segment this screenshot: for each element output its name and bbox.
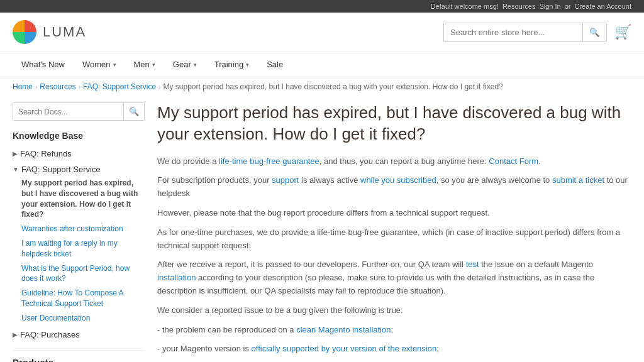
nav-item-men[interactable]: Men ▾ (125, 52, 164, 77)
breadcrumb-sep: › (158, 84, 160, 90)
by-your-version-text: by your version of the extension (321, 344, 437, 353)
nav-label: What's New (21, 60, 65, 69)
paragraph-3: However, please note that the bug report… (157, 207, 631, 220)
test-link-text: test (466, 260, 479, 269)
chevron-right-icon: ▶ (13, 150, 18, 157)
welcome-message: Default welcome msg! (431, 3, 499, 10)
nav-label: Men (134, 60, 150, 69)
nav-item-sale[interactable]: Sale (258, 52, 292, 77)
signin-or: Sign In (539, 3, 560, 10)
main-layout: 🔍 Knowledge Base ▶ FAQ: Refunds ▼ FAQ: S… (0, 96, 644, 362)
kb-section-refunds-title[interactable]: ▶ FAQ: Refunds (13, 147, 145, 160)
nav-item-whats-new[interactable]: What's New (13, 52, 74, 77)
kb-section-support: ▼ FAQ: Support Service My support period… (13, 163, 145, 326)
logo-icon (13, 20, 36, 44)
chevron-right-icon: ▶ (13, 331, 18, 338)
logo-area: LUMA (13, 20, 86, 44)
nav-label: Sale (267, 60, 283, 69)
kb-item-waiting[interactable]: I am waiting for a reply in my helpdesk … (13, 236, 145, 261)
breadcrumb: Home › Resources › FAQ: Support Service … (0, 77, 644, 96)
sidebar: 🔍 Knowledge Base ▶ FAQ: Refunds ▼ FAQ: S… (13, 102, 145, 362)
paragraph-6: We consider a reported issue to be a bug… (157, 304, 631, 317)
nav-label: Gear (173, 60, 191, 69)
support-text: support (272, 175, 299, 185)
kb-section-support-title[interactable]: ▼ FAQ: Support Service (13, 163, 145, 176)
nav-label: Women (82, 60, 111, 69)
breadcrumb-home[interactable]: Home (13, 82, 33, 91)
top-bar: Default welcome msg! Resources Sign In o… (0, 0, 644, 13)
search-bar: 🔍 (443, 23, 607, 42)
docs-search-input[interactable] (13, 104, 123, 120)
kb-section-label: FAQ: Purchases (20, 330, 80, 339)
lifetime-guarantee-text: life-time bug-free guarantee (219, 156, 319, 166)
header: LUMA 🔍 🛒 (0, 13, 644, 52)
clean-magento-text: clean Magento installation (296, 325, 391, 334)
nav-item-women[interactable]: Women ▾ (74, 52, 125, 77)
kb-section-label: FAQ: Refunds (20, 149, 72, 158)
kb-section-refunds: ▶ FAQ: Refunds (13, 147, 145, 160)
breadcrumb-sep: › (35, 84, 37, 90)
kb-section-purchases-title[interactable]: ▶ FAQ: Purchases (13, 328, 145, 341)
breadcrumb-faq-support[interactable]: FAQ: Support Service (83, 82, 156, 91)
chevron-down-icon: ▾ (246, 62, 249, 68)
paragraph-8: - your Magento version is officially sup… (157, 343, 631, 356)
nav-label: Training (214, 60, 243, 69)
chevron-down-icon: ▼ (13, 166, 19, 173)
search-button[interactable]: 🔍 (582, 23, 606, 41)
paragraph-1: We do provide a life-time bug-free guara… (157, 155, 631, 168)
paragraph-7: - the problem can be reproduced on a cle… (157, 324, 631, 337)
submit-ticket-link[interactable]: submit a ticket (552, 175, 604, 185)
sidebar-search: 🔍 (13, 102, 145, 121)
kb-item-user-docs[interactable]: User Documentation (13, 311, 145, 326)
installation-text: installation (157, 273, 196, 282)
paragraph-5: After we receive a report, it is passed … (157, 258, 631, 297)
contact-form-link[interactable]: Contact Form (489, 156, 538, 166)
nav-item-training[interactable]: Training ▾ (206, 52, 258, 77)
kb-item-current: My support period has expired, but I hav… (13, 176, 145, 222)
chevron-down-icon: ▾ (194, 62, 197, 68)
kb-item-support-period[interactable]: What is the Support Period, how does it … (13, 261, 145, 287)
search-input[interactable] (444, 23, 582, 41)
kb-section-purchases: ▶ FAQ: Purchases (13, 328, 145, 341)
breadcrumb-current: My support period has expired, but I hav… (163, 82, 502, 91)
nav: What's New Women ▾ Men ▾ Gear ▾ Training… (0, 52, 644, 77)
or-text: or (565, 3, 571, 10)
docs-search-button[interactable]: 🔍 (123, 103, 144, 120)
breadcrumb-sep: › (79, 84, 80, 90)
while-subscribed-text: while you subscribed (360, 175, 436, 185)
page-title: My support period has expired, but I hav… (157, 102, 631, 145)
logo-text[interactable]: LUMA (43, 24, 86, 40)
resources-link[interactable]: Resources (502, 3, 536, 10)
chevron-down-icon: ▾ (152, 62, 155, 68)
nav-item-gear[interactable]: Gear ▾ (164, 52, 206, 77)
paragraph-2: For subscription products, your support … (157, 174, 631, 200)
kb-item-guideline[interactable]: Guideline: How To Compose A Technical Su… (13, 286, 145, 311)
kb-item-warranties[interactable]: Warranties after customization (13, 222, 145, 236)
kb-section-label: FAQ: Support Service (21, 165, 101, 174)
cart-icon[interactable]: 🛒 (614, 24, 631, 40)
officially-supported-text: officially supported (252, 344, 319, 353)
breadcrumb-resources[interactable]: Resources (40, 82, 75, 91)
kb-title: Knowledge Base (13, 131, 145, 141)
content-body: We do provide a life-time bug-free guara… (157, 155, 631, 362)
create-account-link[interactable]: Create an Account (574, 3, 631, 10)
content-area: My support period has expired, but I hav… (157, 102, 631, 362)
paragraph-4: As for one-time purchases, we do provide… (157, 226, 631, 253)
chevron-down-icon: ▾ (113, 62, 116, 68)
products-title: Products (13, 350, 145, 362)
